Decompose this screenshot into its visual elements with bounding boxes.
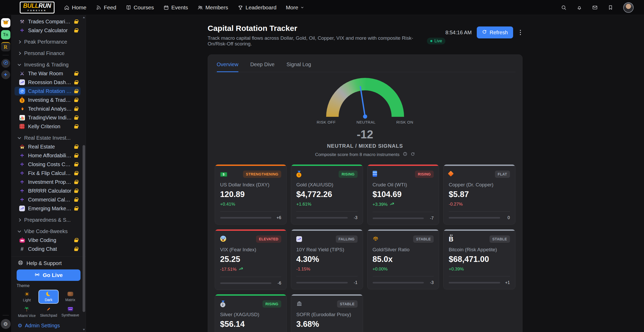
theme-sketchpad-button[interactable]: Sketchpad xyxy=(38,305,59,319)
explore-button[interactable] xyxy=(1,59,10,68)
nav-item-feed[interactable]: Feed xyxy=(96,4,116,11)
mail-icon[interactable] xyxy=(592,5,598,10)
card-accent-strip xyxy=(291,229,363,231)
workspace-r[interactable]: R xyxy=(1,42,10,51)
card-gold-xau-usd: 1RISINGGold (XAU/USD)$4,772.26+1.61%-3 xyxy=(291,164,363,225)
theme-dark-button[interactable]: Dark xyxy=(38,290,59,304)
instrument-name: Gold/Silver Ratio xyxy=(373,247,434,253)
gauge-caption: Composite score from 8 macro instruments xyxy=(315,152,400,157)
nav-item-home[interactable]: Home xyxy=(64,4,86,11)
info-icon[interactable] xyxy=(403,152,407,158)
nav-item-events[interactable]: Events xyxy=(163,4,188,11)
gauge-label-risk-on: RISK ON xyxy=(396,120,413,124)
sidebar-item-salary-calculator[interactable]: ÷Salary Calculator xyxy=(15,26,81,35)
rail-settings-button[interactable]: ⚙ xyxy=(1,319,11,329)
signal-score: +6 xyxy=(275,215,281,220)
theme-synthwave-button[interactable]: Synthwave xyxy=(60,305,81,319)
refresh-button[interactable]: Refresh xyxy=(477,26,513,38)
sidebar-item-investing-trading[interactable]: $Investing & Trading xyxy=(15,96,81,104)
workspace-tn[interactable]: Tn xyxy=(1,30,10,39)
sidebar-item-brrrr-calculator[interactable]: ÷BRRRR Calculator xyxy=(15,186,81,195)
refresh-icon xyxy=(482,29,487,36)
sidebar-item-capital-rotation-tracker[interactable]: Capital Rotation Tracker xyxy=(15,87,81,96)
sidebar-item-real-estate[interactable]: Real Estate xyxy=(15,142,81,151)
sidebar-item-tradingview-indicators[interactable]: TradingView Indicators xyxy=(15,113,81,122)
scrollbar-thumb[interactable] xyxy=(83,145,85,312)
sidebar-item-technical-analysis-ta[interactable]: Technical Analysis (TA) xyxy=(15,104,81,113)
sidebar-item-vibe-coding[interactable]: Vibe Coding xyxy=(15,236,81,245)
broadcast-icon xyxy=(34,272,40,279)
card-sofr-eurodollar-proxy: STABLESOFR (Eurodollar Proxy)3.68%+1.38% xyxy=(291,294,363,332)
theme-light-button[interactable]: ☀Light xyxy=(17,290,37,304)
tab-overview[interactable]: Overview xyxy=(217,62,238,72)
nav-item-more[interactable]: More xyxy=(286,4,304,11)
sidebar-item-the-war-room[interactable]: ⚔The War Room xyxy=(15,69,81,78)
card-accent-strip xyxy=(367,165,439,166)
signal-score: -1 xyxy=(351,280,358,285)
sidebar-item-closing-costs-calculator[interactable]: ÷Closing Costs Calculator xyxy=(15,160,81,169)
sidebar-item-home-affordability-calc[interactable]: ÷Home Affordability Calc... xyxy=(15,151,81,160)
admin-settings-button[interactable]: ⚙ Admin Settings xyxy=(17,322,81,329)
bank-icon xyxy=(296,301,302,308)
sidebar-section-investing-trading[interactable]: Investing & Trading xyxy=(15,60,81,69)
live-dot-icon xyxy=(430,40,432,42)
scales-icon xyxy=(373,236,379,243)
top-navigation: BULLRUN FOREVER HomeFeedCoursesEventsMem… xyxy=(0,0,644,15)
sidebar-item-coding-chat[interactable]: #Coding Chat xyxy=(15,245,81,253)
abacus-icon xyxy=(19,124,25,129)
sidebar: ⚒Trades Comparison Tool÷Salary Calculato… xyxy=(11,15,86,332)
sidebar-scrollbar[interactable] xyxy=(83,16,85,331)
robot-icon xyxy=(19,238,25,243)
add-community-button[interactable]: + xyxy=(1,70,10,79)
rail-divider xyxy=(3,55,9,55)
sidebar-section-personal-finance[interactable]: Personal Finance xyxy=(15,49,81,58)
more-options-button[interactable] xyxy=(518,28,522,37)
go-live-button[interactable]: Go Live xyxy=(17,269,81,281)
workspace-bullrun[interactable] xyxy=(1,18,10,28)
status-badge: FLAT xyxy=(495,171,510,178)
tab-deep-dive[interactable]: Deep Dive xyxy=(250,62,274,72)
sidebar-item-emerging-market-oppor[interactable]: Emerging Market Oppor... xyxy=(15,204,81,213)
sidebar-section-peak-performance[interactable]: Peak Performance xyxy=(15,37,81,46)
sidebar-item-fix-flip-calculator[interactable]: ÷Fix & Flip Calculator xyxy=(15,169,81,178)
theme-miami-button[interactable]: Miami Vice xyxy=(17,305,37,319)
sidebar-section-real-estate-invest[interactable]: Real Estate Invest... xyxy=(15,133,81,142)
scroll-up-arrow[interactable] xyxy=(83,17,85,18)
nav-item-leaderboard[interactable]: Leaderboard xyxy=(238,4,277,11)
theme-matrix-button[interactable]: Matrix xyxy=(60,290,81,304)
oil-drum-icon xyxy=(373,171,377,178)
lock-icon xyxy=(74,199,78,202)
scroll-down-arrow[interactable] xyxy=(83,329,85,330)
nav-item-members[interactable]: Members xyxy=(197,4,228,11)
card-accent-strip xyxy=(215,294,287,296)
sidebar-section-preparedness-s[interactable]: Preparedness & S... xyxy=(15,215,81,224)
status-badge: ELEVATED xyxy=(256,235,281,243)
instrument-value: $68,471.00 xyxy=(449,255,510,264)
chevron-right-icon xyxy=(18,40,21,44)
nav-menu: HomeFeedCoursesEventsMembersLeaderboardM… xyxy=(64,4,304,11)
bookmark-icon[interactable] xyxy=(608,5,613,10)
help-icon xyxy=(18,260,23,267)
compass-icon xyxy=(3,60,9,67)
bullrun-logo[interactable]: BULLRUN FOREVER xyxy=(20,2,55,13)
help-support-button[interactable]: Help & Support xyxy=(17,259,81,268)
sidebar-item-recession-dashboard-v2[interactable]: Recession Dashboard V2 xyxy=(15,78,81,87)
search-icon[interactable] xyxy=(561,5,567,10)
lock-icon xyxy=(74,240,78,242)
members-icon xyxy=(197,5,203,10)
instrument-value: 85.0x xyxy=(373,255,434,264)
bell-icon[interactable] xyxy=(576,5,582,10)
logo-part1: BULL xyxy=(23,2,38,9)
avatar[interactable] xyxy=(623,2,634,13)
sidebar-section-vibe-code-8weeks[interactable]: Vibe Code-8weeks xyxy=(15,227,81,236)
tab-signal-log[interactable]: Signal Log xyxy=(286,62,311,72)
signal-bar xyxy=(373,282,424,283)
nav-item-courses[interactable]: Courses xyxy=(126,4,154,11)
sidebar-item-investment-property-an[interactable]: ÷Investment Property An... xyxy=(15,178,81,186)
sidebar-item-kelly-criterion[interactable]: Kelly Criterion xyxy=(15,122,81,131)
mini-refresh-icon[interactable] xyxy=(411,152,415,158)
divide-icon: ÷ xyxy=(19,161,25,167)
sidebar-item-commercial-calculator[interactable]: ÷Commercial Calculator xyxy=(15,195,81,204)
money-bag-icon: $ xyxy=(19,97,25,103)
sidebar-item-trades-comparison-tool[interactable]: ⚒Trades Comparison Tool xyxy=(15,17,81,26)
